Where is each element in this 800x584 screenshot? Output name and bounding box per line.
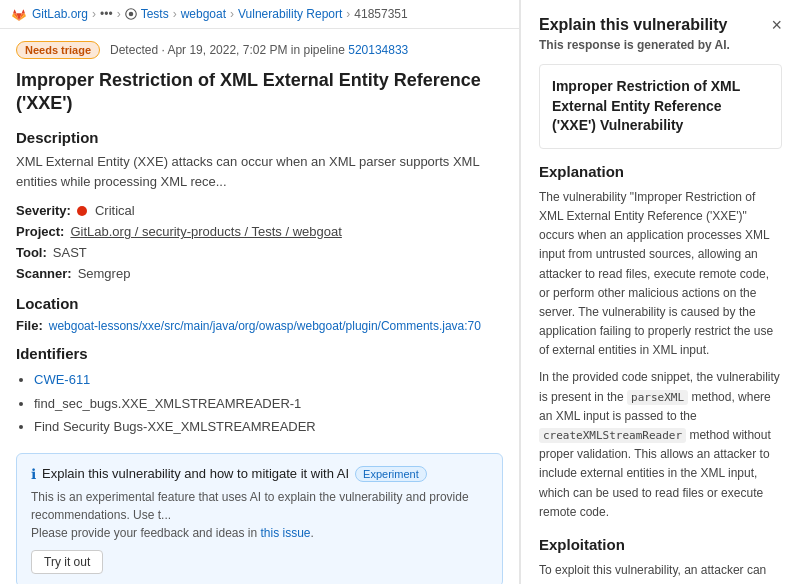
ai-vuln-heading: Improper Restriction of XML External Ent… [552,77,769,136]
breadcrumb: GitLab.org › ••• › Tests › webgoat › Vul… [0,0,519,29]
list-item: CWE-611 [34,368,503,391]
pipeline-link[interactable]: 520134833 [348,43,408,57]
exploitation-text: To exploit this vulnerability, an attack… [539,561,782,584]
file-link[interactable]: webgoat-lessons/xxe/src/main/java/org/ow… [49,319,481,333]
nav-webgoat[interactable]: webgoat [181,7,226,21]
ai-explain-box: ℹ Explain this vulnerability and how to … [16,453,503,584]
scanner-row: Scanner: Semgrep [16,266,503,281]
right-panel-header: Explain this vulnerability × [539,16,782,34]
experiment-badge: Experiment [355,466,427,482]
severity-dot [77,206,87,216]
tool-row: Tool: SAST [16,245,503,260]
pipeline-icon [125,8,137,20]
explanation-section: Explanation The vulnerability "Improper … [539,163,782,522]
description-title: Description [16,129,503,146]
right-panel-title: Explain this vulnerability [539,16,728,34]
cwe-link[interactable]: CWE-611 [34,372,90,387]
ai-box-title-text: Explain this vulnerability and how to mi… [42,466,349,481]
severity-row: Severity: Critical [16,203,503,218]
vuln-title: Improper Restriction of XML External Ent… [16,69,503,116]
project-link[interactable]: GitLab.org / security-products / Tests /… [70,224,341,239]
list-item: find_sec_bugs.XXE_XMLSTREAMREADER-1 [34,392,503,415]
explanation-paragraph-2: In the provided code snippet, the vulner… [539,368,782,522]
ai-vuln-title-box: Improper Restriction of XML External Ent… [539,64,782,149]
close-button[interactable]: × [771,16,782,34]
project-row: Project: GitLab.org / security-products … [16,224,503,239]
svg-point-1 [128,12,133,17]
left-panel: GitLab.org › ••• › Tests › webgoat › Vul… [0,0,520,584]
nav-issue-id: 41857351 [354,7,407,21]
explanation-paragraph-1: The vulnerability "Improper Restriction … [539,188,782,361]
detected-text: Detected · Apr 19, 2022, 7:02 PM in pipe… [110,43,408,57]
explanation-title: Explanation [539,163,782,180]
code-inline-2: createXMLStreamReader [539,428,686,443]
location-section: Location File: webgoat-lessons/xxe/src/m… [16,295,503,333]
exploitation-title: Exploitation [539,536,782,553]
gitlab-logo [12,6,28,22]
ai-box-description: This is an experimental feature that use… [31,488,488,542]
identifiers-section: Identifiers CWE-611 find_sec_bugs.XXE_XM… [16,345,503,438]
needs-triage-badge: Needs triage [16,41,100,59]
badge-row: Needs triage Detected · Apr 19, 2022, 7:… [16,41,503,59]
code-inline-1: parseXML [627,390,688,405]
ai-issue-link[interactable]: this issue [261,526,311,540]
nav-gitlab[interactable]: GitLab.org [32,7,88,21]
nav-tests[interactable]: Tests [141,7,169,21]
info-icon: ℹ [31,466,36,482]
nav-vuln-report[interactable]: Vulnerability Report [238,7,342,21]
right-panel: Explain this vulnerability × This respon… [520,0,800,584]
identifiers-list: CWE-611 find_sec_bugs.XXE_XMLSTREAMREADE… [34,368,503,438]
description-text: XML External Entity (XXE) attacks can oc… [16,152,503,191]
ai-generated-subtitle: This response is generated by AI. [539,38,782,52]
exploitation-section: Exploitation To exploit this vulnerabili… [539,536,782,584]
try-it-out-button[interactable]: Try it out [31,550,103,574]
list-item: Find Security Bugs-XXE_XMLSTREAMREADER [34,415,503,438]
nav-more: ••• [100,7,113,21]
